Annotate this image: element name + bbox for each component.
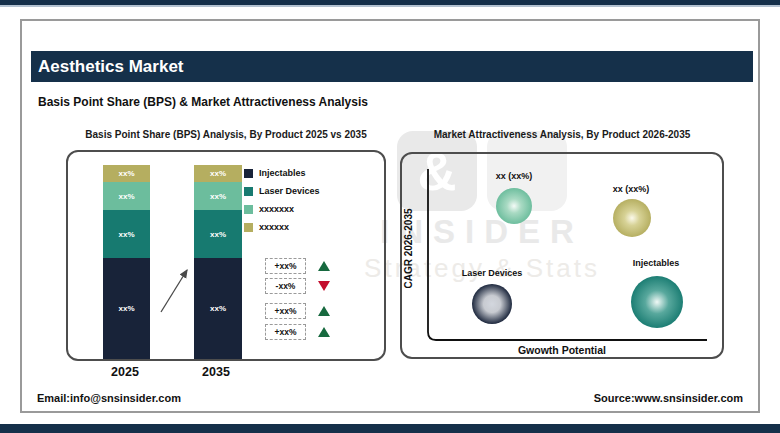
bar-2025: xx% xx% xx% xx%	[103, 165, 150, 359]
top-accent-line	[0, 5, 780, 7]
segment-value: xx%	[210, 304, 226, 313]
swatch-xxxxxx	[244, 223, 253, 232]
bubble-injectables	[631, 276, 683, 328]
segment-value: xx%	[118, 304, 134, 313]
change-value-box: +xx%	[265, 324, 306, 340]
bar-2035-segment-xxxxxxx: xx%	[194, 182, 242, 210]
triangle-up-icon	[318, 261, 330, 271]
bottom-brand-strip	[0, 424, 780, 433]
bar-2025-segment-xxxxxx: xx%	[103, 165, 150, 182]
legend-label: Injectables	[259, 168, 306, 178]
x-axis-label: Gwowth Potential	[462, 344, 662, 356]
change-indicator-1: +xx%	[265, 258, 330, 274]
x-tick-2025: 2025	[95, 365, 155, 379]
x-tick-2035: 2035	[186, 365, 246, 379]
legend-item-xxxxxx: xxxxxx	[244, 222, 320, 232]
bubble-label-xx-green: xx (xx%)	[496, 171, 533, 181]
bubble-label-injectables: Injectables	[633, 258, 680, 268]
bps-chart-title: Basis Point Share (BPS) Analysis, By Pro…	[66, 129, 386, 140]
footer-email: Email:info@snsinsider.com	[37, 392, 181, 404]
bar-2035-segment-xxxxxx: xx%	[194, 165, 242, 182]
segment-value: xx%	[118, 192, 134, 201]
legend-item-injectables: Injectables	[244, 168, 320, 178]
segment-value: xx%	[118, 230, 134, 239]
bubble-label-laser-devices: Laser Devices	[462, 268, 523, 278]
bar-2035: xx% xx% xx% xx%	[194, 165, 242, 359]
y-axis-label: CAGR 2026-2035	[403, 179, 414, 319]
legend-label: xxxxxxx	[259, 204, 294, 214]
bps-legend: Injectables Laser Devices xxxxxxx xxxxxx	[244, 168, 320, 232]
maa-panel: CAGR 2026-2035 Gwowth Potential xx (xx%)…	[400, 152, 724, 359]
triangle-down-icon	[318, 281, 330, 291]
bar-2035-segment-laser-devices: xx%	[194, 210, 242, 258]
change-value-box: +xx%	[265, 258, 306, 274]
segment-value: xx%	[210, 192, 226, 201]
swatch-injectables	[244, 169, 253, 178]
maa-chart-title: Market Attractiveness Analysis, By Produ…	[400, 129, 724, 140]
change-indicator-4: +xx%	[265, 324, 330, 340]
bubble-olive	[613, 199, 651, 237]
change-indicator-2: -xx%	[265, 278, 330, 294]
legend-label: xxxxxx	[259, 222, 289, 232]
swatch-laser-devices	[244, 187, 253, 196]
legend-item-xxxxxxx: xxxxxxx	[244, 204, 320, 214]
change-value-box: -xx%	[265, 278, 306, 294]
swatch-xxxxxxx	[244, 205, 253, 214]
footer-source: Source:www.snsinsider.com	[594, 392, 743, 404]
title-bar: Aesthetics Market	[31, 51, 753, 82]
legend-label: Laser Devices	[259, 186, 320, 196]
change-indicator-3: +xx%	[265, 303, 330, 319]
bubble-green	[496, 188, 532, 224]
bar-2025-segment-laser-devices: xx%	[103, 210, 150, 258]
segment-value: xx%	[210, 230, 226, 239]
triangle-up-icon	[318, 306, 330, 316]
triangle-up-icon	[318, 327, 330, 337]
bar-2025-segment-injectables: xx%	[103, 258, 150, 359]
change-value-box: +xx%	[265, 303, 306, 319]
bubble-label-xx-olive: xx (xx%)	[613, 184, 650, 194]
page-title: Aesthetics Market	[38, 57, 184, 77]
bubble-laser-devices	[472, 284, 512, 324]
bps-panel: xx% xx% xx% xx% xx% xx% xx% xx% Injectab…	[66, 150, 386, 361]
bar-2025-segment-xxxxxxx: xx%	[103, 182, 150, 210]
legend-item-laser-devices: Laser Devices	[244, 186, 320, 196]
segment-value: xx%	[118, 169, 134, 178]
report-card: & INSIDER Strategy & Stats Aesthetics Ma…	[20, 19, 760, 413]
growth-arrow-icon	[151, 260, 195, 320]
bar-2035-segment-injectables: xx%	[194, 258, 242, 359]
segment-value: xx%	[210, 169, 226, 178]
page-subtitle: Basis Point Share (BPS) & Market Attract…	[38, 95, 368, 109]
